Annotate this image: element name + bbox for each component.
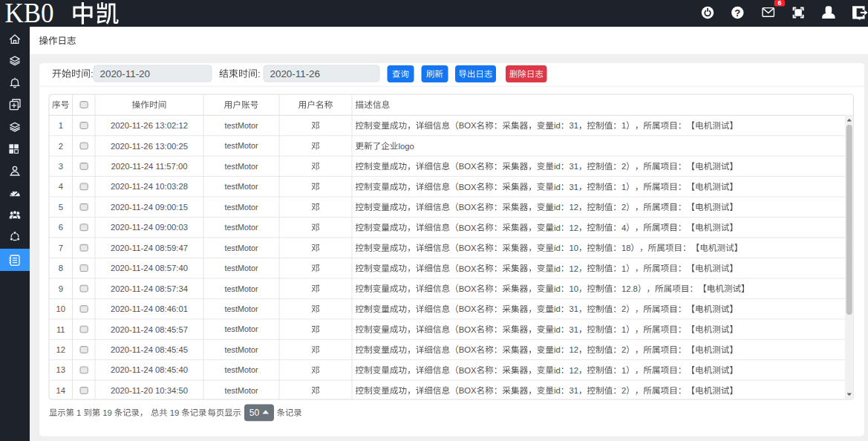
svg-text:BOX: BOX [459, 223, 477, 232]
svg-text:19: 19 [102, 408, 112, 417]
svg-text:testMotor: testMotor [224, 345, 258, 354]
svg-text:BOX: BOX [459, 325, 477, 334]
svg-text:2020-11-24 09:00:03: 2020-11-24 09:00:03 [111, 223, 188, 232]
svg-text:31: 31 [569, 121, 578, 130]
svg-text:2020-11-24 08:45:45: 2020-11-24 08:45:45 [111, 345, 188, 354]
svg-text:31: 31 [569, 162, 578, 171]
svg-text:2020-11-24 08:59:47: 2020-11-24 08:59:47 [111, 244, 188, 252]
svg-text:testMotor: testMotor [224, 182, 258, 191]
svg-text:10: 10 [569, 284, 578, 293]
svg-text:2020-11-24 08:57:40: 2020-11-24 08:57:40 [111, 264, 188, 272]
svg-text:id: id [554, 183, 561, 192]
svg-text:2020-11-20 10:34:50: 2020-11-20 10:34:50 [111, 386, 188, 395]
svg-text:logo: logo [399, 142, 414, 151]
svg-text:2020-11-20: 2020-11-20 [100, 68, 151, 79]
svg-text:1: 1 [76, 408, 81, 417]
svg-text:testMotor: testMotor [224, 324, 258, 333]
svg-text:?: ? [734, 7, 740, 19]
svg-text:12: 12 [569, 223, 578, 232]
svg-text:2020-11-26 13:02:12: 2020-11-26 13:02:12 [111, 121, 188, 130]
svg-text:1: 1 [621, 183, 626, 192]
svg-text:12.8: 12.8 [621, 284, 638, 293]
svg-text:31: 31 [569, 304, 578, 313]
svg-text:2: 2 [621, 304, 626, 313]
svg-text:BOX: BOX [459, 284, 477, 293]
svg-text:3: 3 [59, 162, 63, 171]
svg-text:BOX: BOX [459, 366, 477, 375]
svg-text:id: id [554, 203, 561, 212]
svg-text:BOX: BOX [459, 162, 477, 171]
svg-text:testMotor: testMotor [224, 121, 258, 130]
svg-text:2: 2 [621, 345, 626, 354]
svg-text:id: id [554, 284, 561, 293]
svg-text:id: id [554, 264, 561, 273]
svg-text:2020-11-24 08:45:57: 2020-11-24 08:45:57 [111, 325, 188, 334]
svg-text:BOX: BOX [459, 386, 477, 395]
svg-text:1: 1 [621, 366, 626, 375]
svg-text:12: 12 [569, 264, 578, 273]
svg-text:6: 6 [59, 223, 63, 232]
svg-text:11: 11 [56, 325, 65, 334]
svg-text:testMotor: testMotor [224, 264, 258, 272]
svg-text:id: id [554, 366, 561, 375]
svg-text:BOX: BOX [459, 203, 477, 212]
svg-text:testMotor: testMotor [224, 203, 258, 212]
svg-text:id: id [554, 162, 561, 171]
svg-text:2020-11-24 08:45:40: 2020-11-24 08:45:40 [111, 365, 188, 374]
svg-text:BOX: BOX [459, 345, 477, 354]
svg-text::: : [258, 68, 261, 79]
svg-text:2: 2 [59, 142, 63, 151]
svg-text:2: 2 [621, 386, 626, 395]
svg-text:50: 50 [249, 408, 260, 418]
svg-text:12: 12 [569, 345, 578, 354]
svg-text:id: id [554, 244, 561, 252]
svg-text:12: 12 [569, 203, 578, 212]
svg-text:14: 14 [56, 386, 66, 395]
svg-text:5: 5 [59, 203, 63, 212]
svg-text:4: 4 [59, 182, 63, 191]
svg-text:BOX: BOX [459, 304, 477, 313]
svg-text:testMotor: testMotor [224, 244, 258, 252]
svg-text:8: 8 [59, 264, 63, 272]
svg-text:31: 31 [569, 386, 578, 395]
svg-text:BOX: BOX [459, 121, 477, 130]
svg-text:2020-11-24 10:03:28: 2020-11-24 10:03:28 [111, 182, 188, 191]
svg-text:7: 7 [59, 244, 63, 252]
svg-text:id: id [554, 304, 561, 313]
svg-text:BOX: BOX [459, 244, 477, 252]
svg-text:testMotor: testMotor [224, 365, 258, 374]
svg-text:testMotor: testMotor [224, 386, 258, 395]
svg-text:id: id [554, 386, 561, 395]
svg-text:10: 10 [569, 244, 578, 252]
svg-text:1: 1 [59, 121, 63, 130]
svg-text:BOX: BOX [459, 264, 477, 273]
svg-text:2: 2 [621, 203, 626, 212]
svg-text:31: 31 [569, 183, 578, 192]
svg-text:2020-11-26: 2020-11-26 [270, 68, 321, 79]
svg-text:2020-11-24 08:57:34: 2020-11-24 08:57:34 [111, 284, 188, 293]
svg-text:2020-11-24 11:57:00: 2020-11-24 11:57:00 [111, 162, 187, 171]
svg-text:10: 10 [56, 304, 66, 313]
svg-text:1: 1 [621, 121, 626, 130]
svg-text:id: id [554, 223, 561, 232]
svg-text::: : [91, 68, 94, 79]
svg-text:13: 13 [56, 365, 66, 374]
svg-text:1: 1 [621, 325, 626, 334]
svg-text:31: 31 [569, 325, 578, 334]
svg-text:KB0: KB0 [5, 0, 54, 28]
svg-text:id: id [554, 345, 561, 354]
svg-text:12: 12 [569, 366, 578, 375]
svg-text:2020-11-26 13:00:25: 2020-11-26 13:00:25 [111, 142, 188, 151]
svg-text:19: 19 [170, 408, 180, 417]
svg-text:testMotor: testMotor [224, 304, 258, 313]
svg-text:9: 9 [59, 284, 63, 293]
svg-text:id: id [554, 325, 561, 334]
svg-text:6: 6 [777, 0, 781, 7]
svg-text:4: 4 [621, 223, 626, 232]
svg-text:12: 12 [56, 345, 66, 354]
svg-text:2020-11-24 09:00:15: 2020-11-24 09:00:15 [111, 203, 188, 212]
svg-text:2020-11-24 08:46:01: 2020-11-24 08:46:01 [111, 304, 188, 313]
svg-text:testMotor: testMotor [224, 162, 258, 171]
svg-text:id: id [554, 121, 561, 130]
svg-text:1: 1 [621, 264, 626, 273]
